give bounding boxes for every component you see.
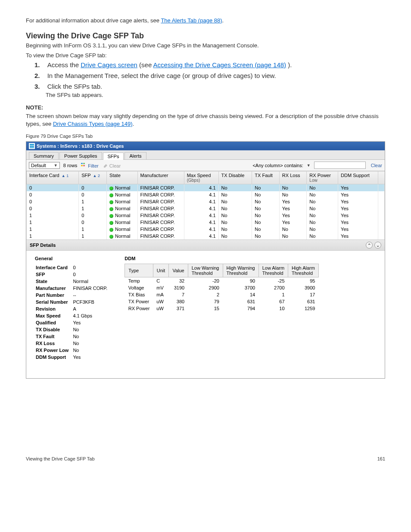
status-dot-icon	[109, 193, 113, 197]
drive-chassis-types-link[interactable]: Drive Chassis Types (page 149)	[53, 121, 133, 127]
table-row[interactable]: 11NormalFINISAR CORP.4.1NoNoNoNoYes	[27, 233, 385, 240]
cell-max-speed: 4.1	[184, 226, 218, 233]
cell-ddm-support: Yes	[338, 212, 378, 219]
general-value: 0	[73, 264, 111, 271]
table-row[interactable]: 10NormalFINISAR CORP.4.1NoNoYesNoYes	[27, 219, 385, 226]
cell-state: Normal	[107, 184, 138, 192]
svg-rect-3	[81, 163, 83, 164]
search-input[interactable]	[314, 162, 366, 169]
general-value: PCF3KFB	[73, 299, 111, 305]
cell-rx-power-low: No	[307, 233, 338, 240]
general-row: QualifiedYes	[36, 320, 111, 326]
tab-sfps[interactable]: SFPs	[103, 152, 124, 160]
ddm-col[interactable]: Type	[125, 264, 153, 277]
cell-manufacturer: FINISAR CORP.	[137, 191, 184, 198]
ddm-unit: C	[153, 277, 169, 285]
general-key: Interface Card	[36, 264, 72, 271]
ddm-row: TX PoweruW3807963167631	[125, 298, 319, 305]
col-interface-card[interactable]: Interface Card ▲ 1	[27, 171, 79, 184]
collapse-down-icon[interactable]: ⌄	[374, 242, 381, 249]
ddm-high-alarm: 3900	[288, 284, 319, 291]
alerts-tab-link[interactable]: The Alerts Tab (page 88)	[161, 17, 222, 24]
table-row[interactable]: 00NormalFINISAR CORP.4.1NoNoNoNoYes	[27, 184, 385, 192]
svg-rect-0	[30, 144, 34, 145]
sort-indicator: ▲ 1	[62, 174, 68, 178]
col-tx-fault[interactable]: TX Fault	[252, 171, 280, 184]
ddm-unit: uW	[153, 298, 169, 305]
cell-ddm-support: Yes	[338, 191, 378, 198]
ddm-high-alarm: 631	[288, 298, 319, 305]
ddm-col[interactable]: Unit	[153, 264, 169, 277]
cell-tx-disable: No	[218, 233, 252, 240]
cell-rx-loss: No	[279, 233, 307, 240]
tabstrip: Summary Power Supplies SFPs Alerts	[26, 150, 385, 160]
ddm-col[interactable]: Low AlarmThreshold	[258, 264, 288, 277]
view-select[interactable]: Default ▼	[29, 162, 60, 169]
clear-search-link[interactable]: Clear	[371, 163, 382, 168]
col-state[interactable]: State	[107, 171, 138, 184]
ddm-col[interactable]: Low WarningThreshold	[188, 264, 223, 277]
col-label: Interface Card	[29, 173, 59, 178]
general-key: Max Speed	[36, 313, 72, 319]
status-dot-icon	[109, 200, 113, 204]
chevron-down-icon[interactable]: ▼	[307, 163, 311, 168]
cell-max-speed: 4.1	[184, 233, 218, 240]
status-dot-icon	[109, 235, 113, 239]
table-row[interactable]: 01NormalFINISAR CORP.4.1NoNoYesNoYes	[27, 198, 385, 205]
ddm-col[interactable]: Value	[169, 264, 188, 277]
svg-rect-1	[30, 146, 34, 147]
general-key: TX Fault	[36, 333, 72, 339]
col-sfp[interactable]: SFP ▲ 2	[79, 171, 107, 184]
ddm-type: Temp	[125, 277, 153, 285]
general-key: RX Loss	[36, 340, 72, 346]
col-ddm-support[interactable]: DDM Support	[338, 171, 378, 184]
cell-tx-disable: No	[218, 191, 252, 198]
ddm-type: RX Power	[125, 305, 153, 312]
cell-tx-fault: No	[252, 219, 280, 226]
ddm-col[interactable]: High AlarmThreshold	[288, 264, 319, 277]
sfp-table: Interface Card ▲ 1 SFP ▲ 2 State Manufac…	[26, 171, 385, 240]
general-row: TX FaultNo	[36, 333, 111, 339]
accessing-drive-cages-link[interactable]: Accessing the Drive Cages Screen (page 1…	[153, 61, 286, 68]
ddm-high-warn: 3700	[223, 284, 258, 291]
tab-summary[interactable]: Summary	[29, 152, 59, 159]
table-row[interactable]: 11NormalFINISAR CORP.4.1NoNoNoNoYes	[27, 226, 385, 233]
general-value: 4.1 Gbps	[73, 313, 111, 319]
cell-manufacturer: FINISAR CORP.	[137, 233, 184, 240]
table-row[interactable]: 00NormalFINISAR CORP.4.1NoNoNoNoYes	[27, 191, 385, 198]
ddm-value: 7	[169, 291, 188, 298]
col-manufacturer[interactable]: Manufacturer	[137, 171, 184, 184]
table-row[interactable]: 10NormalFINISAR CORP.4.1NoNoYesNoYes	[27, 212, 385, 219]
cell-tx-fault: No	[252, 212, 280, 219]
clear-button[interactable]: Clear	[102, 162, 121, 168]
filter-button[interactable]: Filter	[81, 162, 99, 168]
col-tx-disable[interactable]: TX Disable	[218, 171, 252, 184]
cell-tx-disable: No	[218, 198, 252, 205]
cell-sfp: 1	[79, 233, 107, 240]
cell-manufacturer: FINISAR CORP.	[137, 198, 184, 205]
status-dot-icon	[109, 214, 113, 218]
tab-alerts[interactable]: Alerts	[125, 152, 146, 159]
col-label: DDM Support	[341, 173, 370, 178]
ddm-low-alarm: 1	[258, 291, 288, 298]
ddm-low-warn: 79	[188, 298, 223, 305]
tab-power-supplies[interactable]: Power Supplies	[59, 152, 102, 159]
ddm-col[interactable]: High WarningThreshold	[223, 264, 258, 277]
ddm-value: 371	[169, 305, 188, 312]
cell-manufacturer: FINISAR CORP.	[137, 205, 184, 212]
general-key: RX Power Low	[36, 347, 72, 353]
table-row[interactable]: 01NormalFINISAR CORP.4.1NoNoYesNoYes	[27, 205, 385, 212]
col-rx-loss[interactable]: RX Loss	[279, 171, 307, 184]
col-rx-power-low[interactable]: RX Power Low	[307, 171, 338, 184]
ddm-low-warn: -20	[188, 277, 223, 285]
cell-sfp: 1	[79, 226, 107, 233]
ddm-row: TX BiasmA7214117	[125, 291, 319, 298]
general-row: RX Power LowNo	[36, 347, 111, 353]
collapse-up-icon[interactable]: ⌃	[366, 242, 373, 249]
step-number: 1.	[34, 61, 46, 68]
col-max-speed[interactable]: Max Speed (Gbps)	[184, 171, 218, 184]
general-row: StateNormal	[36, 278, 111, 284]
drive-cages-screen-link[interactable]: Drive Cages screen	[81, 61, 137, 68]
cell-tx-fault: No	[252, 184, 280, 192]
ddm-row: VoltagemV31902900370027003900	[125, 284, 319, 291]
